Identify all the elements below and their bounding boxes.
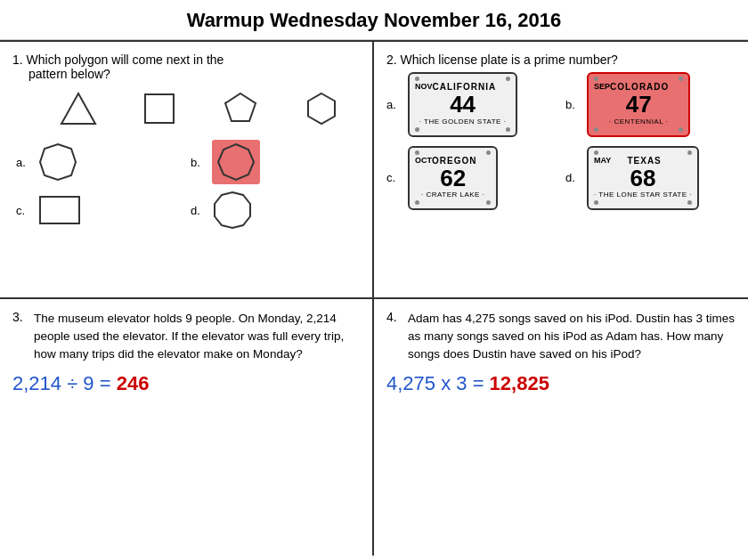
- q1-label: 1. Which polygon will come next in thepa…: [12, 53, 360, 81]
- q3-text: The museum elevator holds 9 people. On M…: [34, 310, 360, 364]
- svg-marker-5: [218, 144, 254, 180]
- plate-b: SEP COLORADO 47 · CENTENNIAL ·: [587, 72, 690, 137]
- q3-label: 3.: [12, 310, 28, 368]
- q4-answer: 4,275 x 3 = 12,825: [386, 372, 736, 395]
- svg-rect-1: [145, 94, 174, 123]
- answer-d: d.: [191, 190, 360, 231]
- answer-a: a.: [16, 140, 185, 184]
- quadrant-4: 4. Adam has 4,275 songs saved on his iPo…: [374, 299, 748, 556]
- answer-c: c.: [16, 190, 185, 231]
- q2-label: 2. Which license plate is a prime number…: [386, 53, 736, 67]
- plate-c-row: c. OCT OREGON 62 · CRATER LAKE ·: [386, 146, 557, 211]
- svg-marker-0: [61, 93, 95, 124]
- plate-c: OCT OREGON 62 · CRATER LAKE ·: [408, 146, 498, 211]
- svg-rect-6: [40, 197, 79, 223]
- shape-triangle: [39, 86, 117, 131]
- svg-marker-7: [215, 192, 250, 228]
- svg-marker-4: [40, 144, 76, 180]
- q3-content: 3. The museum elevator holds 9 people. O…: [12, 310, 360, 373]
- q4-text: Adam has 4,275 songs saved on his iPod. …: [408, 310, 736, 364]
- plate-c-label: c.: [386, 171, 402, 184]
- plate-d-label: d.: [565, 171, 581, 184]
- answer-b: b.: [191, 140, 360, 184]
- plate-a: NOV CALIFORNIA 44 · THE GOLDEN STATE ·: [408, 72, 517, 137]
- shape-hexagon: [282, 86, 360, 131]
- quadrant-2: 2. Which license plate is a prime number…: [374, 42, 748, 299]
- q4-label: 4.: [386, 310, 402, 368]
- plate-a-label: a.: [386, 98, 402, 111]
- page-title: Warmup Wednesday November 16, 2016: [0, 0, 748, 40]
- svg-marker-2: [225, 93, 256, 121]
- plate-d: MAY TEXAS 68 · THE LONE STAR STATE ·: [587, 146, 699, 211]
- plate-a-row: a. NOV CALIFORNIA 44 · THE GOLDEN STATE …: [386, 72, 557, 137]
- q3-answer: 2,214 ÷ 9 = 246: [12, 372, 360, 395]
- plate-d-row: d. MAY TEXAS 68 · THE LONE STAR STATE ·: [565, 146, 736, 211]
- plate-b-row: b. SEP COLORADO 47 · CENTENNIAL ·: [565, 72, 736, 137]
- shape-pentagon: [201, 86, 279, 131]
- q4-content: 4. Adam has 4,275 songs saved on his iPo…: [386, 310, 736, 373]
- quadrant-3: 3. The museum elevator holds 9 people. O…: [0, 299, 374, 556]
- plate-b-label: b.: [565, 98, 581, 111]
- quadrant-1: 1. Which polygon will come next in thepa…: [0, 42, 374, 299]
- svg-marker-3: [308, 93, 335, 124]
- shape-square: [120, 86, 198, 131]
